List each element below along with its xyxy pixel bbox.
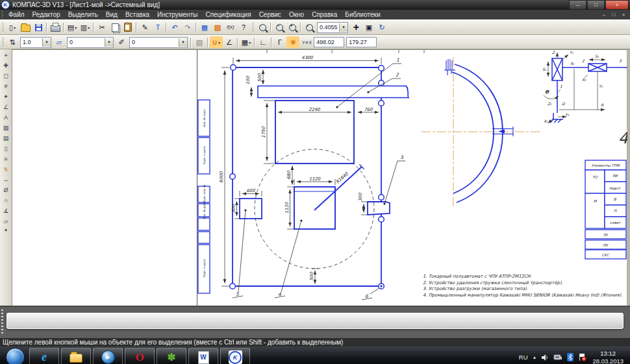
mdi-minimize-button[interactable]: –: [600, 12, 608, 18]
taskbar-app-kompas[interactable]: K: [220, 348, 250, 364]
menu-service[interactable]: Сервис: [255, 11, 285, 18]
menu-file[interactable]: Файл: [5, 11, 29, 18]
tool-geometry[interactable]: ◻: [1, 71, 11, 81]
zoom-in-button[interactable]: +: [286, 21, 299, 33]
chevron-down-icon[interactable]: ▼: [42, 38, 51, 47]
menu-libraries[interactable]: Библиотеки: [341, 11, 384, 18]
refresh-button[interactable]: ↻: [375, 21, 388, 33]
menu-tools[interactable]: Инструменты: [153, 11, 201, 18]
save-button[interactable]: [32, 21, 45, 33]
tool-editing[interactable]: ✦: [1, 91, 11, 102]
restore-button[interactable]: □: [587, 0, 605, 10]
toolbar-grip[interactable]: [252, 23, 254, 32]
tool-area[interactable]: ▱: [1, 216, 11, 226]
calculator-button[interactable]: ▦: [198, 21, 211, 33]
tool-arc-dimension[interactable]: ∩: [1, 195, 11, 206]
tool-grid[interactable]: #: [1, 81, 11, 91]
chevron-down-icon[interactable]: ▼: [179, 38, 187, 47]
paste-button[interactable]: [121, 21, 134, 33]
menu-view[interactable]: Вид: [102, 11, 121, 18]
panel-drag-handle[interactable]: [1, 309, 3, 335]
taskbar-app-windows-explorer[interactable]: [61, 348, 91, 364]
snap-magnet-button[interactable]: ∪▾: [210, 36, 223, 48]
current-scale-button[interactable]: ⇅: [6, 36, 19, 48]
chevron-down-icon[interactable]: ▼: [339, 23, 347, 32]
expressions-button[interactable]: f(x): [224, 21, 237, 33]
bluetooth-icon[interactable]: [567, 353, 573, 361]
undo-button[interactable]: ↶: [168, 21, 181, 33]
tool-linear-dimension[interactable]: ↔: [1, 175, 11, 185]
language-indicator[interactable]: RU: [519, 354, 528, 361]
mdi-close-button[interactable]: ×: [620, 12, 627, 18]
tool-select[interactable]: ✚: [1, 60, 11, 71]
close-button[interactable]: ×: [605, 0, 629, 10]
cut-button[interactable]: ✂: [95, 21, 108, 33]
minimize-button[interactable]: –: [569, 0, 586, 10]
pan-button[interactable]: ✚: [349, 21, 362, 33]
menu-window[interactable]: Окно: [285, 11, 308, 18]
menu-insert[interactable]: Вставка: [121, 11, 153, 18]
taskbar-app-media-player[interactable]: ▶: [93, 348, 123, 364]
tool-sheet[interactable]: ▯: [1, 143, 11, 154]
menu-specification[interactable]: Спецификация: [201, 11, 255, 18]
tool-hatch[interactable]: ▨: [1, 123, 11, 133]
ortho-button[interactable]: Г: [273, 36, 286, 48]
print-button[interactable]: [49, 21, 62, 33]
copy-button[interactable]: [108, 21, 121, 33]
drawing-canvas[interactable]: Инв. № подл. Подп. и дата Взам. инв. № И…: [12, 49, 630, 306]
toolbar-grip[interactable]: [2, 38, 4, 47]
panel-expander-icon[interactable]: ▾: [5, 228, 7, 233]
current-layer-combo[interactable]: 0▼: [67, 37, 114, 48]
rounding-button[interactable]: ✳: [286, 36, 299, 48]
chevron-down-icon[interactable]: ▼: [105, 38, 113, 47]
start-button[interactable]: [6, 348, 25, 364]
zoom-frame-button[interactable]: ▫: [256, 21, 269, 33]
tool-parametrization[interactable]: ∠: [1, 102, 11, 112]
coordinate-y-field[interactable]: 179.27: [346, 37, 377, 47]
tool-text[interactable]: A: [1, 112, 11, 123]
mdi-restore-button[interactable]: □: [610, 12, 618, 18]
tool-angular-dimension[interactable]: ∡: [1, 206, 11, 216]
menu-editor[interactable]: Редактор: [29, 11, 64, 18]
open-button[interactable]: [19, 21, 32, 33]
menu-help[interactable]: Справка: [308, 11, 341, 18]
volume-icon[interactable]: [541, 354, 549, 361]
taskbar-app-opera[interactable]: O: [125, 348, 155, 364]
preview-button[interactable]: ▤▾: [66, 21, 79, 33]
toolbar-grip[interactable]: [2, 23, 4, 32]
tool-picture[interactable]: ▤: [1, 133, 11, 143]
angle-snap-button[interactable]: ∠: [223, 36, 236, 48]
context-help-button[interactable]: ?: [237, 21, 250, 33]
drawing-svg[interactable]: Инв. № подл. Подп. и дата Взам. инв. № И…: [12, 50, 627, 306]
local-cs-button[interactable]: ∟: [257, 36, 270, 48]
send-button[interactable]: ▥▾: [79, 21, 92, 33]
redo-button[interactable]: ↷: [181, 21, 194, 33]
tool-quick-dimension[interactable]: ↯: [1, 164, 11, 175]
message-bar[interactable]: [6, 313, 624, 329]
current-style-button[interactable]: ✐: [115, 36, 128, 48]
zoom-page-button[interactable]: ▪: [303, 21, 316, 33]
tool-layers[interactable]: ≡: [1, 154, 11, 164]
hidden-icons-chevron[interactable]: ▲: [533, 355, 537, 359]
taskbar-app-internet-explorer[interactable]: e: [29, 348, 59, 364]
current-layer-button[interactable]: ▱: [53, 36, 66, 48]
current-style-combo[interactable]: 0▼: [129, 37, 188, 48]
menu-select[interactable]: Выделить: [64, 11, 102, 18]
current-scale-combo[interactable]: 1.0▼: [20, 37, 51, 48]
taskbar-app-word[interactable]: W: [188, 348, 218, 364]
properties-button[interactable]: T: [151, 21, 164, 33]
orientation-button[interactable]: ▣: [362, 21, 375, 33]
tool-measure[interactable]: ⌖: [1, 50, 11, 60]
coordinate-x-field[interactable]: 498.02: [314, 37, 344, 47]
grid-button[interactable]: ▦▾: [240, 36, 253, 48]
tool-radial-dimension[interactable]: Ø: [1, 185, 11, 195]
aux-lines-button[interactable]: ▧: [193, 36, 206, 48]
taskbar-app-icq[interactable]: ✽: [157, 348, 186, 364]
zoom-scale-combo[interactable]: 0.4055▼: [317, 22, 348, 33]
device-icon[interactable]: [553, 354, 562, 361]
taskbar-clock[interactable]: 13:12 28.03.2013: [591, 350, 629, 364]
new-document-button[interactable]: ▯▾: [6, 21, 19, 33]
copy-properties-button[interactable]: ✎: [138, 21, 151, 33]
action-center-flag-icon[interactable]: [578, 353, 586, 361]
zoom-out-button[interactable]: −: [273, 21, 286, 33]
